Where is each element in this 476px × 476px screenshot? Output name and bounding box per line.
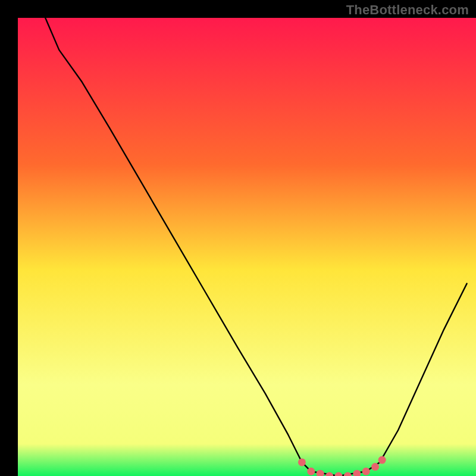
attribution-watermark: TheBottleneck.com (346, 2, 469, 18)
optimal-marker (298, 458, 306, 466)
chart-canvas (0, 0, 476, 476)
optimal-marker (362, 468, 370, 475)
optimal-marker (378, 456, 386, 464)
optimal-marker (371, 463, 379, 471)
bottleneck-chart: TheBottleneck.com (0, 0, 476, 476)
plot-background (18, 18, 476, 476)
optimal-marker (307, 468, 315, 475)
